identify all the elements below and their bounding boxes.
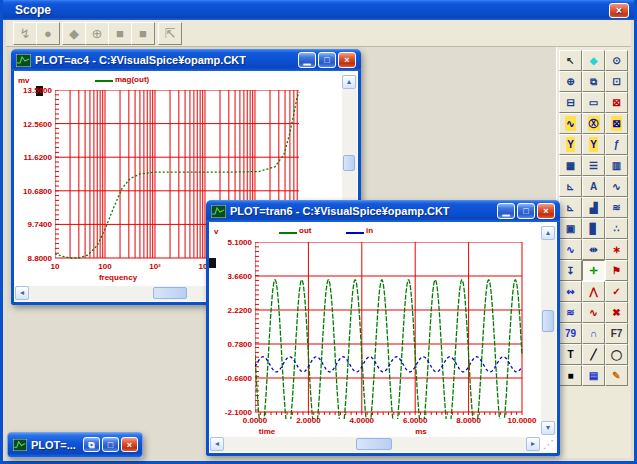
ellipse-tool[interactable]: ◯ bbox=[605, 344, 628, 365]
log-axis-tool[interactable]: ⊾ bbox=[559, 197, 582, 218]
axis-format-tool[interactable]: ⊾ bbox=[559, 176, 582, 197]
pan-trace-tool[interactable]: ✛ bbox=[582, 260, 605, 281]
horizontal-grid-tool[interactable]: ☰ bbox=[582, 155, 605, 176]
x-axis-remove-tool[interactable]: ⊠ bbox=[605, 113, 628, 134]
font-tool[interactable]: A bbox=[582, 176, 605, 197]
close-button[interactable]: × bbox=[537, 203, 555, 219]
y-unit-label: v bbox=[214, 227, 218, 236]
scrollbar-thumb[interactable] bbox=[356, 438, 392, 450]
close-button[interactable]: × bbox=[338, 52, 356, 68]
export-plot-button[interactable]: ⇱ bbox=[158, 22, 182, 45]
run-simulation-button[interactable]: ↯ bbox=[13, 22, 37, 45]
vertical-grid-tool-icon: ▥ bbox=[611, 158, 622, 173]
stop-simulation-button[interactable]: ● bbox=[36, 22, 60, 45]
stamp-tool[interactable]: ▤ bbox=[582, 365, 605, 386]
cascade-windows-tool[interactable]: ⊡ bbox=[605, 71, 628, 92]
x-axis-remove-tool-icon: ⊠ bbox=[611, 116, 621, 131]
titlebar[interactable]: PLOT=... ⧉ □ × bbox=[7, 432, 143, 458]
curve-fit-tool[interactable]: ∩ bbox=[582, 323, 605, 344]
log-axis-tool-icon: ⊾ bbox=[565, 200, 575, 215]
stamp-tool-icon: ▤ bbox=[588, 368, 599, 383]
peak-markers-tool[interactable]: ⋀ bbox=[582, 281, 605, 302]
tile-windows-tool[interactable]: ⊟ bbox=[559, 92, 582, 113]
delete-trace-tool[interactable]: ✖ bbox=[605, 302, 628, 323]
window-plot-minimized[interactable]: PLOT=... ⧉ □ × bbox=[7, 432, 143, 458]
vertical-grid-tool[interactable]: ▥ bbox=[605, 155, 628, 176]
data-table-tool[interactable]: ▦ bbox=[559, 155, 582, 176]
trace-overlay-tool[interactable]: ∿ bbox=[559, 239, 582, 260]
display-panel-1-button[interactable]: ■ bbox=[108, 22, 132, 45]
restore-button[interactable]: ⧉ bbox=[83, 437, 100, 452]
waveform-axis-tool[interactable]: ∿ bbox=[605, 176, 628, 197]
scroll-left-button[interactable]: ◂ bbox=[210, 437, 224, 451]
trace-check-tool[interactable]: ✓ bbox=[605, 281, 628, 302]
resize-grip[interactable]: ⋰ bbox=[541, 437, 556, 452]
fill-black-tool[interactable]: ■ bbox=[559, 365, 582, 386]
f7-key-tool[interactable]: F7 bbox=[605, 323, 628, 344]
scroll-up-button[interactable]: ▴ bbox=[541, 226, 555, 240]
app-close-button[interactable]: × bbox=[609, 3, 629, 18]
x-tick-label: 2.0000 bbox=[288, 416, 328, 425]
app-titlebar[interactable]: Scope × bbox=[3, 0, 634, 20]
display-panel-2-button[interactable]: ■ bbox=[131, 22, 155, 45]
edit-pen-tool[interactable]: ✎ bbox=[605, 365, 628, 386]
scrollbar-thumb[interactable] bbox=[542, 310, 554, 332]
select-pointer-tool[interactable]: ↖ bbox=[559, 50, 582, 71]
copy-bitmap-tool-icon: ▣ bbox=[565, 221, 576, 236]
scroll-up-button[interactable]: ▴ bbox=[342, 75, 356, 89]
legend-line-mag-out bbox=[95, 80, 113, 82]
digital-values-tool-icon: 79 bbox=[564, 326, 577, 341]
titlebar[interactable]: PLOT=tran6 - C:¥VisualSpice¥opamp.CKT ▁ … bbox=[206, 200, 560, 222]
probe-marker-button[interactable]: ◆ bbox=[62, 22, 86, 45]
titlebar[interactable]: PLOT=ac4 - C:¥VisualSpice¥opamp.CKT ▁ □ … bbox=[11, 49, 361, 71]
vertical-marker-tool[interactable]: ↧ bbox=[559, 260, 582, 281]
zoom-in-tool[interactable]: ⊕ bbox=[559, 71, 582, 92]
minimize-button[interactable]: ▁ bbox=[497, 203, 515, 219]
function-editor-tool[interactable]: ƒ bbox=[605, 134, 628, 155]
delete-trace-tool-icon: ✖ bbox=[611, 305, 621, 320]
histogram-tool[interactable]: ▊ bbox=[582, 218, 605, 239]
horizontal-scrollbar[interactable]: ◂ ▸ bbox=[210, 437, 540, 452]
close-plot-window-tool[interactable]: ⊠ bbox=[605, 92, 628, 113]
y-axis-add-tool[interactable]: Y bbox=[582, 134, 605, 155]
scroll-down-button[interactable]: ▾ bbox=[541, 421, 555, 435]
cursor-measure-tool[interactable]: ⇹ bbox=[582, 239, 605, 260]
scrollbar-thumb[interactable] bbox=[343, 155, 355, 171]
sine-source-tool[interactable]: ∿ bbox=[582, 302, 605, 323]
multi-trace-tool-icon: ≋ bbox=[611, 200, 621, 215]
maximize-button[interactable]: □ bbox=[517, 203, 535, 219]
line-tool[interactable]: ╱ bbox=[582, 344, 605, 365]
text-tool[interactable]: T bbox=[559, 344, 582, 365]
sample-points-tool[interactable]: ∴ bbox=[605, 218, 628, 239]
scrollbar-thumb[interactable] bbox=[153, 287, 187, 299]
maximize-button[interactable]: □ bbox=[102, 437, 119, 452]
copy-pages-tool[interactable]: ⧉ bbox=[582, 71, 605, 92]
new-plot-window-tool[interactable]: ▭ bbox=[582, 92, 605, 113]
zigzag-traces-tool[interactable]: ≋ bbox=[559, 302, 582, 323]
trace-cursors-tool[interactable]: ↭ bbox=[559, 281, 582, 302]
sample-points-tool-icon: ∴ bbox=[612, 221, 620, 236]
digital-values-tool[interactable]: 79 bbox=[559, 323, 582, 344]
copy-bitmap-tool[interactable]: ▣ bbox=[559, 218, 582, 239]
trace-flag-tool[interactable]: ⚑ bbox=[605, 260, 628, 281]
trace-cursors-tool-icon: ↭ bbox=[565, 284, 575, 299]
x-axis-properties-tool[interactable]: Ⓧ bbox=[582, 113, 605, 134]
zoom-trace-tool[interactable]: ▟ bbox=[582, 197, 605, 218]
x-tick-label: 10.0000 bbox=[502, 416, 542, 425]
close-button[interactable]: × bbox=[121, 437, 138, 452]
window-plot-tran6[interactable]: PLOT=tran6 - C:¥VisualSpice¥opamp.CKT ▁ … bbox=[206, 200, 560, 456]
plot-handle[interactable] bbox=[209, 258, 216, 268]
multi-trace-tool[interactable]: ≋ bbox=[605, 197, 628, 218]
zoom-page-tool[interactable]: ⊙ bbox=[605, 50, 628, 71]
maximize-button[interactable]: □ bbox=[318, 52, 336, 68]
vertical-scrollbar[interactable]: ▴ ▾ bbox=[541, 226, 556, 435]
diamond-marker-tool[interactable]: ◆ bbox=[582, 50, 605, 71]
plot-properties-tool[interactable]: ∿ bbox=[559, 113, 582, 134]
scroll-right-button[interactable]: ▸ bbox=[526, 437, 540, 451]
scroll-left-button[interactable]: ◂ bbox=[15, 286, 29, 300]
minimize-button[interactable]: ▁ bbox=[298, 52, 316, 68]
operating-point-tool[interactable]: ∗ bbox=[605, 239, 628, 260]
zoom-probe-button[interactable]: ⊕ bbox=[85, 22, 109, 45]
y-axis-properties-tool[interactable]: Y bbox=[559, 134, 582, 155]
x-tick-label: 10³ bbox=[135, 262, 175, 271]
